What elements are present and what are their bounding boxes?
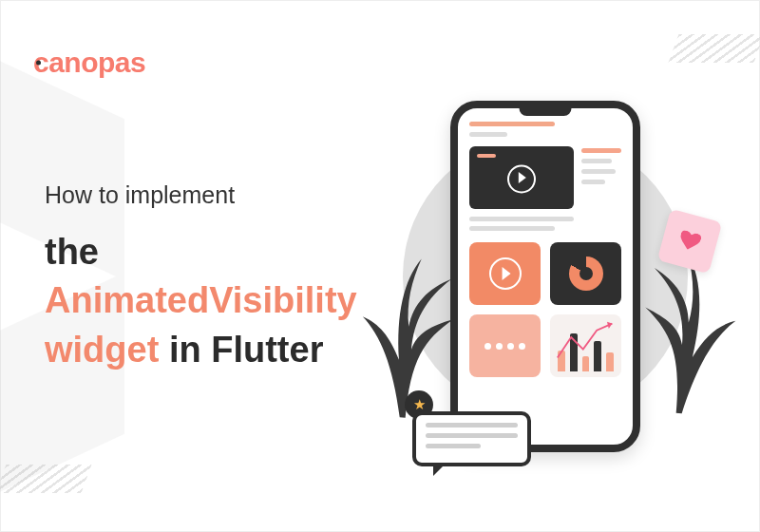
placeholder-bar [469, 122, 555, 126]
dot-icon [507, 343, 514, 350]
placeholder-lines [469, 217, 621, 231]
chart-bar [582, 356, 590, 371]
headline-block: How to implement the AnimatedVisibility … [45, 181, 406, 374]
title-part-plain-2: in Flutter [159, 330, 323, 370]
dot-icon [519, 343, 525, 350]
chart-bar [558, 351, 565, 371]
tile-dots [469, 314, 541, 377]
dot-icon [484, 343, 491, 350]
phone-mockup [450, 101, 640, 452]
brand-logo-text: anopas [48, 47, 145, 78]
chart-bar [594, 341, 601, 371]
placeholder-bar [581, 169, 616, 174]
placeholder-bar [426, 433, 518, 438]
tile-chart [550, 314, 621, 377]
phone-screen [469, 122, 621, 433]
placeholder-bar [581, 159, 612, 163]
decor-stripes-top [669, 34, 760, 63]
phone-notch [520, 108, 572, 116]
brand-logo-mark: c [33, 47, 48, 79]
title-part-accent-2: widget [45, 330, 159, 370]
title-part-plain-1: the [45, 232, 99, 272]
tile-play [469, 242, 541, 305]
banner-canvas: canopas How to implement the AnimatedVis… [0, 0, 760, 532]
play-icon [502, 267, 510, 280]
screen-header-bars [469, 122, 621, 137]
placeholder-bar [469, 226, 555, 231]
chart-bar [606, 352, 614, 371]
dot-icon [496, 343, 503, 350]
svg-marker-0 [607, 322, 612, 329]
headline-lead: How to implement [45, 181, 406, 209]
play-icon [519, 172, 526, 183]
heart-icon [677, 229, 702, 253]
placeholder-bar [426, 444, 481, 448]
chat-bubble [412, 411, 531, 466]
chart-bar [570, 333, 578, 371]
headline-title: the AnimatedVisibility widget in Flutter [45, 228, 406, 374]
placeholder-lines [581, 146, 621, 209]
placeholder-bar [469, 132, 507, 137]
placeholder-bar [581, 180, 605, 184]
placeholder-bar [581, 148, 621, 153]
video-thumbnail [469, 146, 574, 209]
tile-pie [550, 242, 621, 305]
illustration: ★ [370, 82, 721, 471]
pie-icon [569, 256, 603, 291]
placeholder-bar [469, 217, 574, 221]
screen-tile-grid [469, 242, 621, 377]
screen-hero-row [469, 146, 621, 209]
placeholder-bar [426, 423, 518, 428]
title-part-accent-1: AnimatedVisibility [45, 280, 357, 320]
brand-logo: canopas [33, 47, 145, 79]
